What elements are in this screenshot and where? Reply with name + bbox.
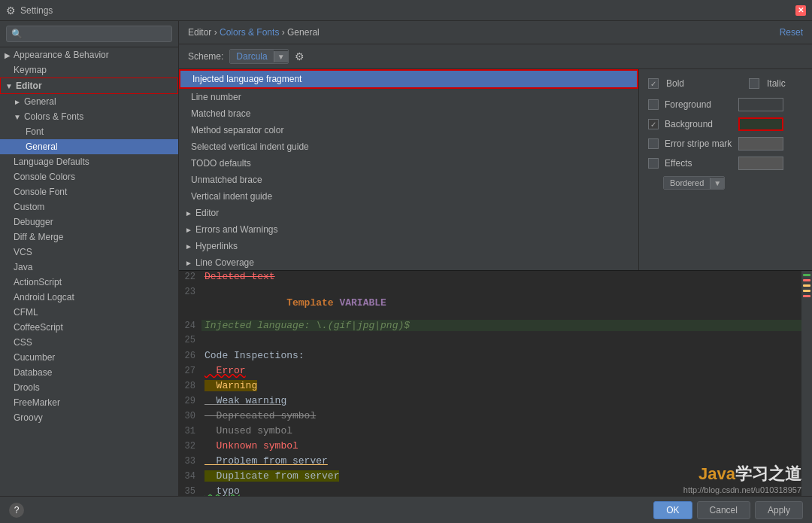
line-number: 31 [179,426,201,436]
line-number: 25 [179,335,201,345]
code-line-23: 23 Template VARIABLE [179,286,801,320]
sidebar-item-actionscript[interactable]: ActionScript [0,275,178,290]
foreground-checkbox[interactable] [648,99,659,110]
code-unused: Unused symbol [205,425,292,436]
list-item-matched-brace[interactable]: Matched brace [179,105,638,122]
list-item-label: Injected language fragment [192,74,301,84]
code-content: Injected language: \.(gif|jpg|png)$ [201,320,801,331]
sidebar-item-general[interactable]: ► General [0,94,178,109]
sidebar-item-debugger[interactable]: Debugger [0,214,178,230]
sidebar-item-editor[interactable]: ▼ Editor [0,78,178,94]
sidebar-label: Groovy [14,412,43,423]
sidebar-item-console-font[interactable]: Console Font [0,184,178,199]
sidebar-item-cucumber[interactable]: Cucumber [0,350,178,365]
sidebar-item-cfml[interactable]: CFML [0,305,178,320]
bottom-left: ? [9,503,24,518]
sidebar-item-font[interactable]: Font [0,124,178,139]
sidebar-item-database[interactable]: Database [0,365,178,380]
code-line-27: 27 Error [179,365,801,380]
code-error: Error [205,365,246,376]
list-item-unmatched-brace[interactable]: Unmatched brace [179,172,638,188]
sidebar: ▶ Appearance & Behavior Keymap ▼ Editor … [0,21,179,496]
sidebar-item-console-colors[interactable]: Console Colors [0,169,178,184]
scrollbar-mark-orange1 [803,284,810,287]
effects-dropdown-arrow[interactable]: ▼ [710,178,724,189]
sidebar-label: Database [14,367,52,378]
list-item-label: Line number [191,92,241,102]
list-item-injected[interactable]: Injected language fragment [179,69,638,89]
close-button[interactable]: ✕ [795,5,806,16]
sidebar-item-java[interactable]: Java [0,260,178,275]
sidebar-item-freemarker[interactable]: FreeMarker [0,395,178,410]
watermark-rest: 学习之道 [735,464,801,483]
code-content: Unused symbol [201,425,801,436]
search-input[interactable] [6,26,172,42]
sidebar-item-diff-merge[interactable]: Diff & Merge [0,230,178,245]
ok-button[interactable]: OK [653,501,692,519]
list-item-hyperlinks-group[interactable]: ► Hyperlinks [179,238,638,254]
list-item-errors-group[interactable]: ► Errors and Warnings [179,221,638,238]
sidebar-item-groovy[interactable]: Groovy [0,410,178,425]
help-button[interactable]: ? [9,503,24,518]
reset-button[interactable]: Reset [780,27,803,38]
list-item-method-separator[interactable]: Method separator color [179,122,638,138]
error-stripe-color-box[interactable] [738,137,783,151]
sidebar-label: Appearance & Behavior [14,50,109,60]
sidebar-label: Language Defaults [14,157,89,167]
list-item-editor-group[interactable]: ► Editor [179,205,638,221]
background-color-box[interactable] [738,117,783,131]
list-item-label: Editor [195,208,219,218]
line-number: 35 [179,486,201,496]
sidebar-item-language-defaults[interactable]: Language Defaults [0,154,178,169]
sidebar-item-custom[interactable]: Custom [0,199,178,214]
bold-checkbox[interactable]: ✓ [648,78,659,89]
sidebar-label: Debugger [14,217,53,227]
sidebar-label: CoffeeScript [14,322,63,333]
background-checkbox[interactable]: ✓ [648,119,659,129]
sidebar-item-coffeescript[interactable]: CoffeeScript [0,320,178,335]
effects-checkbox[interactable] [648,158,659,169]
error-stripe-label: Error stripe mark [665,138,732,149]
code-line-32: 32 Unknown symbol [179,440,801,455]
line-number: 33 [179,456,201,467]
line-number: 22 [179,272,201,282]
sidebar-item-android-logcat[interactable]: Android Logcat [0,290,178,305]
code-deprecated: Deprecated symbol [205,410,316,421]
code-line-28: 28 Warning [179,380,801,395]
sidebar-item-general-selected[interactable]: General [0,139,178,154]
list-item-label: Method separator color [191,125,283,135]
list-item-vertical-indent[interactable]: Vertical indent guide [179,188,638,205]
sidebar-item-vcs[interactable]: VCS [0,245,178,260]
scrollbar-mark-red2 [803,295,810,297]
code-var: VARIABLE [339,297,386,309]
scheme-value: Darcula [230,50,273,63]
error-stripe-checkbox[interactable] [648,138,659,149]
list-item-coverage-group[interactable]: ► Line Coverage [179,254,638,270]
effects-row: Effects [648,157,803,170]
list-item-selected-indent[interactable]: Selected vertical indent guide [179,138,638,155]
italic-checkbox[interactable] [749,78,759,89]
sidebar-label: Cucumber [14,352,55,363]
sidebar-label: Colors & Fonts [24,111,83,122]
list-item-todo[interactable]: TODO defaults [179,155,638,172]
sidebar-item-colors-fonts[interactable]: ▼ Colors & Fonts [0,109,178,124]
code-line-29: 29 Weak warning [179,395,801,410]
scheme-dropdown-arrow[interactable]: ▼ [274,51,288,62]
code-content: Error [201,365,801,376]
effects-color-box[interactable] [738,157,783,170]
preview-scrollbar[interactable] [801,271,812,496]
sidebar-item-appearance[interactable]: ▶ Appearance & Behavior [0,47,178,62]
split-area: Injected language fragment Line number M… [179,69,812,270]
error-stripe-row: Error stripe mark [648,137,803,151]
properties-panel: ✓ Bold Italic Foreground [639,69,812,270]
sidebar-nav: ▶ Appearance & Behavior Keymap ▼ Editor … [0,47,178,496]
sidebar-item-drools[interactable]: Drools [0,380,178,395]
sidebar-item-keymap[interactable]: Keymap [0,62,178,78]
sidebar-item-css[interactable]: CSS [0,335,178,350]
foreground-color-box[interactable] [738,98,783,111]
list-item-label: Hyperlinks [195,241,238,251]
list-item-line-number[interactable]: Line number [179,89,638,105]
scheme-gear-icon[interactable]: ⚙ [295,50,304,62]
apply-button[interactable]: Apply [755,501,803,519]
cancel-button[interactable]: Cancel [697,501,750,519]
